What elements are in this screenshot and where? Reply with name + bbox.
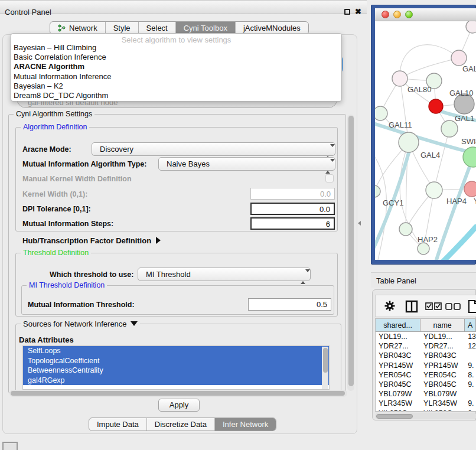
aracne-mode-combo[interactable]: Discovery: [92, 142, 335, 156]
node-label: GCY1: [383, 198, 403, 207]
node-hap2b[interactable]: [418, 243, 429, 255]
gear-icon[interactable]: [384, 300, 396, 312]
data-attributes-label: Data Attributes: [19, 335, 74, 344]
table-horizontal-scrollbar[interactable]: [375, 413, 476, 419]
table-row[interactable]: YBR045CYBR045C9.: [376, 380, 476, 389]
settings-horizontal-scrollbar[interactable]: [9, 390, 347, 397]
clear-checkboxes-icon[interactable]: [445, 303, 461, 310]
control-panel-titlebar: Control Panel ✖: [0, 0, 367, 14]
tab-select[interactable]: Select: [139, 22, 176, 34]
tab-network[interactable]: Network: [50, 22, 106, 34]
network-canvas[interactable]: GALGAL80GAL10GAL1GAL11SWI4GAL4GCY1HAP4YH…: [375, 21, 476, 260]
cyni-settings-title: Cyni Algorithm Settings: [14, 110, 94, 118]
node-gal4[interactable]: [399, 132, 419, 152]
kernel-width-field[interactable]: 0.0: [250, 188, 335, 200]
settings-vertical-scrollbar[interactable]: [347, 115, 354, 391]
data-attributes-list: SelfLoopsTopologicalCoefficientBetweenne…: [22, 345, 330, 390]
sources-toggle[interactable]: Sources for Network Inference: [21, 319, 140, 328]
zoom-window-icon[interactable]: [405, 11, 413, 18]
table-cell: 9: [465, 409, 476, 412]
attributes-scrollbar[interactable]: [322, 347, 328, 389]
table-row[interactable]: YBR043CYBR043C: [376, 351, 476, 360]
algorithm-menu-item[interactable]: Basic Correlation Inference: [11, 53, 341, 62]
document-icon[interactable]: [468, 299, 476, 314]
close-window-icon[interactable]: [382, 11, 389, 18]
column-header[interactable]: A: [465, 319, 476, 331]
table-cell: YIL052C: [420, 409, 465, 412]
table-row[interactable]: YPR145WYPR145W9.: [376, 361, 476, 370]
node-gal-pink[interactable]: [451, 50, 467, 66]
table-cell: YLR345W: [420, 399, 465, 408]
table-cell: 8.: [465, 370, 476, 380]
table-cell: YER054C: [420, 370, 465, 380]
minimized-panel-icon[interactable]: [2, 442, 18, 450]
hub-definition-toggle[interactable]: Hub/Transcription Factor Definition: [22, 236, 161, 245]
table-cell: 9.: [465, 361, 476, 370]
tab-discretize-data[interactable]: Discretize Data: [147, 418, 215, 431]
table-panel-body: shared...nameA YDL19...YDL19...13YDR27..…: [372, 289, 476, 420]
node-label: GAL80: [407, 85, 431, 94]
mi-threshold-definition-title: MI Threshold Definition: [27, 281, 107, 289]
columns-icon[interactable]: [405, 300, 418, 313]
node-top-partial[interactable]: [466, 21, 476, 33]
algorithm-menu-item[interactable]: ARACNE Algorithm: [11, 62, 341, 71]
table-row[interactable]: YER054CYER054C8.: [376, 370, 476, 380]
table-cell: YDL19...: [376, 332, 420, 341]
table-cell: YBR045C: [420, 380, 465, 389]
dpi-tolerance-label: DPI Tolerance [0,1]:: [22, 205, 91, 213]
table-cell: [465, 389, 476, 399]
manual-kernel-width-checkbox[interactable]: [325, 174, 334, 182]
tab-style[interactable]: Style: [106, 22, 139, 34]
mi-algorithm-type-combo[interactable]: Naive Bayes: [158, 157, 335, 171]
stepper-icon: [301, 270, 305, 283]
select-all-checkboxes-icon[interactable]: [425, 302, 442, 310]
node-gal1[interactable]: [441, 120, 458, 137]
table-cell: YPR145W: [420, 361, 465, 370]
apply-button[interactable]: Apply: [158, 399, 200, 412]
table-cell: [465, 351, 476, 360]
float-panel-icon[interactable]: [344, 9, 350, 15]
tab-cyni-toolbox[interactable]: Cyni Toolbox: [176, 22, 236, 34]
node-gal80[interactable]: [392, 71, 407, 86]
tab-infer-network[interactable]: Infer Network: [215, 418, 276, 431]
splitter-handle-icon[interactable]: [358, 221, 361, 226]
mi-steps-field[interactable]: 6: [250, 217, 335, 230]
minimize-window-icon[interactable]: [393, 11, 401, 18]
node-gal11[interactable]: [375, 106, 387, 120]
data-attribute-item[interactable]: TopologicalCoefficient: [23, 356, 329, 366]
node-gcy1[interactable]: [375, 185, 380, 197]
algorithm-menu-item[interactable]: Bayesian – Hill Climbing: [11, 43, 341, 53]
table-row[interactable]: YDR27...YDR27...12: [376, 341, 476, 351]
node-hap4[interactable]: [426, 182, 442, 198]
tab-impute-data[interactable]: Impute Data: [89, 418, 147, 431]
table-row[interactable]: YBL079WYBL079W: [376, 389, 476, 399]
dpi-tolerance-field[interactable]: 0.0: [250, 203, 335, 215]
tab-jactivemnodules[interactable]: jActiveMNodules: [236, 22, 308, 34]
node-label: GAL11: [389, 120, 412, 129]
node-red[interactable]: [429, 99, 443, 113]
data-attribute-item[interactable]: BetweennessCentrality: [23, 366, 329, 376]
table-cell: YDL19...: [420, 332, 465, 341]
column-header[interactable]: name: [420, 319, 465, 331]
close-panel-icon[interactable]: ✖: [355, 7, 361, 16]
table-row[interactable]: YIL052CYIL052C9: [376, 409, 476, 412]
algorithm-menu-item[interactable]: Bayesian – K2: [11, 81, 341, 91]
which-threshold-combo[interactable]: MI Threshold: [138, 268, 311, 281]
stepper-icon: [325, 160, 330, 172]
node-salmon[interactable]: [464, 181, 476, 197]
data-attribute-item[interactable]: gal4RGexp: [23, 376, 329, 386]
network-window-titlebar[interactable]: [375, 8, 476, 21]
table-row[interactable]: YDL19...YDL19...13: [376, 332, 476, 341]
table-row[interactable]: YLR345WYLR345W9.: [376, 399, 476, 408]
column-header[interactable]: shared...: [376, 319, 420, 331]
kernel-width-label: Kernel Width (0,1):: [22, 190, 87, 198]
algorithm-menu-item[interactable]: Mutual Information Inference: [11, 72, 341, 81]
algorithm-menu-item[interactable]: Dream8 DC_TDC Algorithm: [11, 91, 341, 100]
threshold-definition-title: Threshold Definition: [21, 249, 91, 257]
which-threshold-label: Which threshold to use:: [50, 270, 133, 279]
table-cell: YBR043C: [376, 351, 420, 360]
mi-threshold-field[interactable]: 0.5: [248, 298, 331, 311]
data-attribute-item[interactable]: SelfLoops: [23, 346, 329, 356]
node-hap2[interactable]: [399, 223, 412, 236]
tab-network-label: Network: [69, 24, 97, 32]
